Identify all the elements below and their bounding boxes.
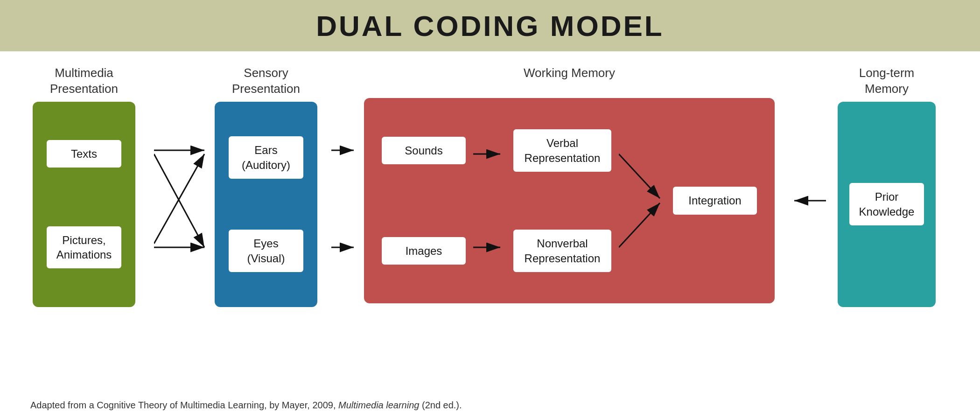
box-working: Sounds Images VerbalRepresentation [364, 98, 775, 303]
integration-col: Integration [673, 107, 757, 294]
col-longterm: Long-termMemory PriorKnowledge [835, 65, 938, 307]
col-working: Working Memory Sounds Images [359, 65, 779, 303]
multimedia-label: MultimediaPresentation [33, 65, 135, 102]
inner-arrows-right [619, 112, 665, 289]
svg-line-13 [619, 203, 660, 247]
box-longterm: PriorKnowledge [838, 102, 936, 307]
col-multimedia: MultimediaPresentation Texts Pictures,An… [28, 65, 140, 307]
box-sensory: Ears(Auditory) Eyes(Visual) [215, 102, 317, 307]
working-mid-col: VerbalRepresentation NonverbalRepresenta… [513, 107, 611, 294]
white-box-pictures: Pictures,Animations [47, 226, 121, 268]
white-box-sounds: Sounds [382, 137, 466, 164]
page-title: DUAL CODING MODEL [316, 9, 664, 42]
white-box-images: Images [382, 237, 466, 265]
longterm-label: Long-termMemory [838, 65, 936, 102]
inner-arrows-left [473, 112, 506, 289]
sensory-working-arrows [331, 98, 359, 303]
citation-text: Adapted from a Cognitive Theory of Multi… [28, 400, 952, 411]
white-box-ears: Ears(Auditory) [229, 136, 303, 178]
longterm-arrows [789, 98, 826, 303]
cross-arrows-svg [154, 98, 210, 303]
white-box-integration: Integration [673, 187, 757, 214]
box-multimedia: Texts Pictures,Animations [33, 102, 135, 307]
svg-line-12 [619, 154, 660, 198]
working-left-col: Sounds Images [382, 107, 466, 294]
header-bar: DUAL CODING MODEL [0, 0, 980, 51]
diagram-area: MultimediaPresentation Texts Pictures,An… [28, 65, 952, 391]
white-box-prior: PriorKnowledge [849, 183, 924, 225]
white-box-texts: Texts [47, 140, 121, 168]
white-box-nonverbal: NonverbalRepresentation [513, 230, 611, 272]
white-box-eyes: Eyes(Visual) [229, 230, 303, 272]
col-sensory: SensoryPresentation Ears(Auditory) Eyes(… [210, 65, 322, 307]
working-label: Working Memory [364, 65, 775, 98]
sensory-label: SensoryPresentation [215, 65, 317, 102]
white-box-verbal: VerbalRepresentation [513, 129, 611, 171]
main-content: MultimediaPresentation Texts Pictures,An… [0, 51, 980, 420]
